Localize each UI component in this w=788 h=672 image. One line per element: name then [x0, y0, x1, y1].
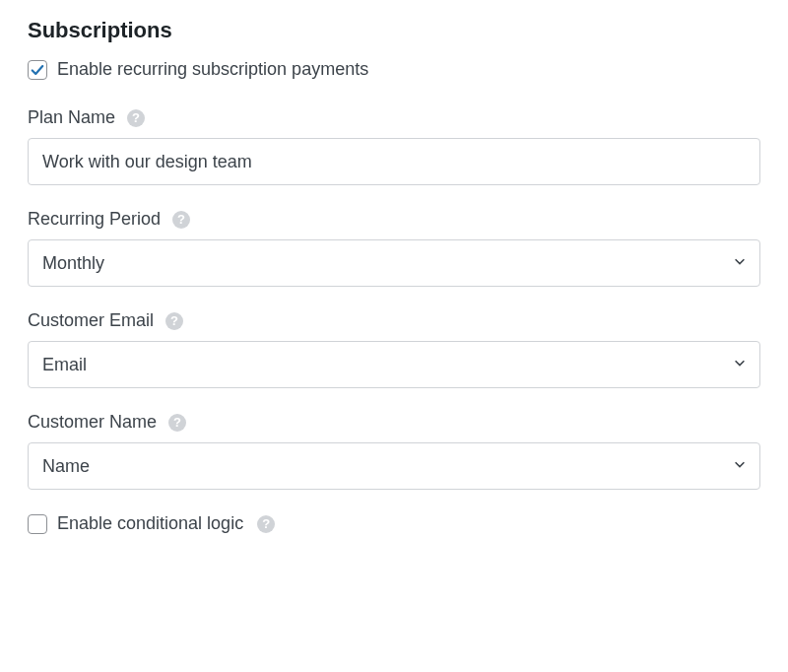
customer-email-select-wrap: Email — [28, 341, 760, 388]
recurring-period-group: Recurring Period ? Monthly — [28, 209, 760, 287]
help-icon[interactable]: ? — [257, 515, 275, 533]
enable-subscriptions-checkbox[interactable] — [28, 60, 47, 80]
help-icon[interactable]: ? — [165, 312, 183, 330]
customer-name-value: Name — [42, 456, 90, 477]
customer-name-label-row: Customer Name ? — [28, 412, 760, 433]
customer-name-group: Customer Name ? Name — [28, 412, 760, 490]
recurring-period-value: Monthly — [42, 253, 104, 274]
plan-name-label-row: Plan Name ? — [28, 107, 760, 128]
customer-email-select[interactable]: Email — [28, 341, 760, 388]
recurring-period-label: Recurring Period — [28, 209, 161, 230]
recurring-period-select-wrap: Monthly — [28, 239, 760, 287]
customer-email-value: Email — [42, 355, 87, 375]
enable-subscriptions-row: Enable recurring subscription payments — [28, 59, 760, 80]
help-icon[interactable]: ? — [127, 109, 145, 127]
enable-subscriptions-label: Enable recurring subscription payments — [57, 59, 368, 80]
customer-name-label: Customer Name — [28, 412, 157, 433]
check-icon — [31, 63, 44, 77]
customer-name-select-wrap: Name — [28, 442, 760, 490]
plan-name-group: Plan Name ? — [28, 107, 760, 185]
help-icon[interactable]: ? — [172, 211, 190, 229]
recurring-period-label-row: Recurring Period ? — [28, 209, 760, 230]
conditional-logic-checkbox[interactable] — [28, 514, 47, 534]
customer-email-group: Customer Email ? Email — [28, 310, 760, 388]
section-title: Subscriptions — [28, 18, 760, 43]
customer-name-select[interactable]: Name — [28, 442, 760, 490]
customer-email-label-row: Customer Email ? — [28, 310, 760, 331]
customer-email-label: Customer Email — [28, 310, 154, 331]
conditional-logic-row: Enable conditional logic ? — [28, 513, 760, 534]
plan-name-label: Plan Name — [28, 107, 115, 128]
conditional-logic-label: Enable conditional logic — [57, 513, 243, 534]
plan-name-input[interactable] — [28, 138, 760, 185]
recurring-period-select[interactable]: Monthly — [28, 239, 760, 287]
help-icon[interactable]: ? — [168, 414, 186, 432]
